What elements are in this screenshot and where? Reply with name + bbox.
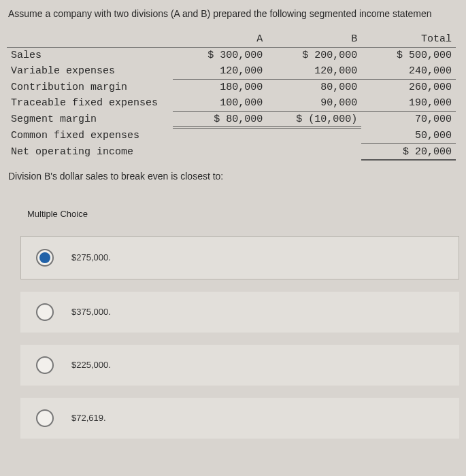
label-contrib: Contribution margin bbox=[7, 80, 173, 96]
col-header-b: B bbox=[267, 31, 361, 48]
income-statement-table: A B Total Sales $ 300,000 $ 200,000 $ 50… bbox=[7, 31, 456, 161]
option-3-label: $225,000. bbox=[71, 360, 111, 370]
row-segment-margin: Segment margin $ 80,000 $ (10,000) 70,00… bbox=[7, 112, 456, 128]
label-commonfx: Common fixed expenses bbox=[7, 128, 173, 144]
option-2[interactable]: $375,000. bbox=[20, 292, 459, 333]
contrib-a: 180,000 bbox=[173, 80, 267, 96]
question-text: Division B's dollar sales to break even … bbox=[7, 171, 466, 182]
radio-icon bbox=[36, 303, 54, 321]
row-contribution-margin: Contribution margin 180,000 80,000 260,0… bbox=[7, 80, 456, 96]
option-4-label: $72,619. bbox=[71, 413, 106, 423]
sales-a: $ 300,000 bbox=[173, 48, 267, 64]
option-3[interactable]: $225,000. bbox=[20, 345, 459, 386]
label-sales: Sales bbox=[7, 48, 173, 64]
label-tracefx: Traceable fixed expenses bbox=[7, 95, 173, 112]
header-row: A B Total bbox=[7, 31, 456, 48]
option-4[interactable]: $72,619. bbox=[20, 398, 459, 439]
varexp-total: 240,000 bbox=[361, 63, 456, 80]
segmarg-b: $ (10,000) bbox=[267, 112, 361, 128]
options-group: $275,000. $375,000. $225,000. $72,619. bbox=[7, 236, 466, 439]
label-noi: Net operating income bbox=[7, 143, 173, 160]
row-net-operating-income: Net operating income $ 20,000 bbox=[7, 143, 456, 160]
row-traceable-fixed: Traceable fixed expenses 100,000 90,000 … bbox=[7, 95, 456, 112]
radio-icon bbox=[36, 249, 54, 267]
intro-text: Assume a company with two divisions (A a… bbox=[7, 8, 466, 19]
radio-icon bbox=[36, 409, 54, 427]
sales-total: $ 500,000 bbox=[361, 48, 456, 64]
multiple-choice-label: Multiple Choice bbox=[7, 209, 466, 219]
varexp-a: 120,000 bbox=[173, 63, 267, 80]
sales-b: $ 200,000 bbox=[267, 48, 361, 64]
radio-icon bbox=[36, 356, 54, 374]
label-segmarg: Segment margin bbox=[7, 112, 173, 128]
noi-total: $ 20,000 bbox=[361, 143, 456, 160]
segmarg-total: 70,000 bbox=[361, 112, 456, 128]
tracefx-b: 90,000 bbox=[267, 95, 361, 112]
row-sales: Sales $ 300,000 $ 200,000 $ 500,000 bbox=[7, 48, 456, 64]
row-common-fixed: Common fixed expenses 50,000 bbox=[7, 128, 456, 144]
commonfx-total: 50,000 bbox=[361, 128, 456, 144]
tracefx-total: 190,000 bbox=[361, 95, 456, 112]
option-2-label: $375,000. bbox=[71, 307, 111, 317]
option-1-label: $275,000. bbox=[71, 252, 111, 262]
label-varexp: Variable expenses bbox=[7, 63, 173, 80]
tracefx-a: 100,000 bbox=[173, 95, 267, 112]
contrib-b: 80,000 bbox=[267, 80, 361, 96]
varexp-b: 120,000 bbox=[267, 63, 361, 80]
row-variable-expenses: Variable expenses 120,000 120,000 240,00… bbox=[7, 63, 456, 80]
contrib-total: 260,000 bbox=[361, 80, 456, 96]
col-header-total: Total bbox=[361, 31, 456, 48]
option-1[interactable]: $275,000. bbox=[20, 236, 459, 279]
col-header-a: A bbox=[173, 31, 267, 48]
segmarg-a: $ 80,000 bbox=[173, 112, 267, 128]
